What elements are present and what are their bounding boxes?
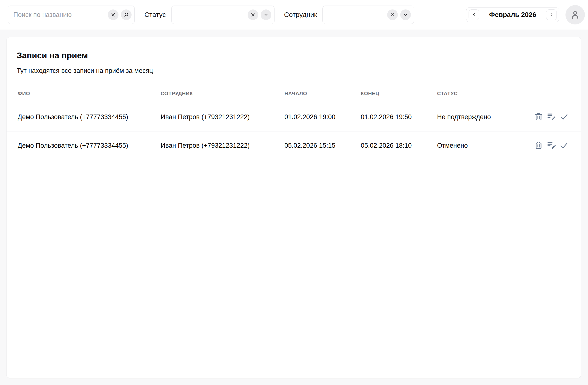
employee-filter-label: Сотрудник bbox=[284, 11, 317, 19]
month-label: Февраль 2026 bbox=[479, 11, 546, 19]
cell-end: 01.02.2026 19:50 bbox=[361, 103, 437, 131]
delete-button[interactable] bbox=[534, 141, 543, 151]
chevron-down-icon bbox=[263, 12, 269, 18]
column-header-start: НАЧАЛО bbox=[284, 75, 361, 103]
page-title: Записи на прием bbox=[17, 51, 581, 60]
status-filter-label: Статус bbox=[144, 11, 166, 19]
topbar: Статус Сотрудник bbox=[0, 0, 588, 30]
cell-fio: Демо Пользователь (+77773334455) bbox=[6, 131, 161, 160]
chevron-right-icon bbox=[549, 12, 554, 18]
cell-employee: Иван Петров (+79321231222) bbox=[161, 103, 284, 131]
search-clear-button[interactable] bbox=[108, 9, 119, 20]
delete-button[interactable] bbox=[534, 112, 543, 122]
column-header-employee: СОТРУДНИК bbox=[161, 75, 284, 103]
search-icon bbox=[124, 12, 129, 18]
profile-button[interactable] bbox=[566, 5, 585, 24]
appointments-table: ФИО СОТРУДНИК НАЧАЛО КОНЕЦ СТАТУС Демо П… bbox=[6, 75, 581, 160]
edit-button[interactable] bbox=[546, 141, 556, 151]
confirm-button[interactable] bbox=[560, 141, 568, 150]
cell-employee: Иван Петров (+79321231222) bbox=[161, 131, 284, 160]
trash-icon bbox=[534, 141, 543, 151]
search-box bbox=[8, 6, 135, 24]
table-header-row: ФИО СОТРУДНИК НАЧАЛО КОНЕЦ СТАТУС bbox=[6, 75, 581, 103]
column-header-fio: ФИО bbox=[6, 75, 161, 103]
cell-start: 01.02.2026 19:00 bbox=[284, 103, 361, 131]
employee-dropdown-button[interactable] bbox=[400, 9, 411, 20]
edit-note-icon bbox=[546, 112, 556, 122]
chevron-left-icon bbox=[471, 12, 476, 18]
close-icon bbox=[250, 12, 256, 18]
cell-status: Не подтверждено bbox=[437, 103, 522, 131]
close-icon bbox=[390, 12, 395, 18]
appointments-card: Записи на прием Тут находятся все записи… bbox=[6, 37, 581, 378]
check-icon bbox=[560, 141, 568, 150]
check-icon bbox=[560, 112, 568, 122]
cell-start: 05.02.2026 15:15 bbox=[284, 131, 361, 160]
column-header-actions bbox=[522, 75, 581, 103]
next-month-button[interactable] bbox=[546, 9, 557, 20]
employee-select-value[interactable] bbox=[328, 6, 385, 24]
employee-select bbox=[322, 6, 414, 24]
chevron-down-icon bbox=[403, 12, 408, 18]
cell-end: 05.02.2026 18:10 bbox=[361, 131, 437, 160]
status-clear-button[interactable] bbox=[248, 9, 258, 20]
table-row: Демо Пользователь (+77773334455) Иван Пе… bbox=[6, 103, 581, 131]
confirm-button[interactable] bbox=[560, 112, 568, 122]
close-icon bbox=[110, 12, 116, 18]
search-input[interactable] bbox=[13, 11, 105, 19]
status-select bbox=[171, 6, 274, 24]
cell-actions bbox=[522, 103, 581, 131]
table-row: Демо Пользователь (+77773334455) Иван Пе… bbox=[6, 131, 581, 160]
cell-status: Отменено bbox=[437, 131, 522, 160]
page-content: Записи на прием Тут находятся все записи… bbox=[0, 30, 588, 378]
prev-month-button[interactable] bbox=[469, 9, 479, 20]
status-select-value[interactable] bbox=[177, 6, 245, 24]
edit-button[interactable] bbox=[546, 112, 556, 122]
cell-fio: Демо Пользователь (+77773334455) bbox=[6, 103, 161, 131]
search-button[interactable] bbox=[121, 9, 131, 20]
page-subtitle: Тут находятся все записи на приём за мес… bbox=[17, 67, 581, 75]
status-dropdown-button[interactable] bbox=[261, 9, 271, 20]
edit-note-icon bbox=[546, 141, 556, 151]
user-icon bbox=[570, 9, 580, 20]
cell-actions bbox=[522, 131, 581, 160]
month-navigator: Февраль 2026 bbox=[466, 7, 559, 22]
column-header-end: КОНЕЦ bbox=[361, 75, 437, 103]
trash-icon bbox=[534, 112, 543, 122]
employee-clear-button[interactable] bbox=[387, 9, 398, 20]
column-header-status: СТАТУС bbox=[437, 75, 522, 103]
